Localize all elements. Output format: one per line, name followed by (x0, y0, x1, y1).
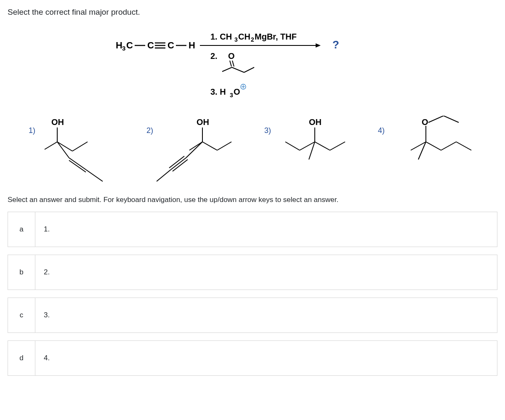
answer-key: d (8, 341, 35, 375)
svg-line-24 (244, 67, 254, 72)
svg-text:H: H (116, 40, 122, 51)
answer-option-a[interactable]: a 1. (8, 212, 497, 247)
structure-option-4-num: 4) (378, 126, 385, 135)
structure-option-2: 2) OH (146, 116, 241, 183)
svg-line-55 (315, 142, 330, 150)
svg-line-20 (230, 61, 231, 66)
svg-text:C: C (167, 40, 174, 51)
svg-text:C: C (147, 40, 154, 51)
svg-line-38 (69, 158, 86, 170)
structure-option-2-num: 2) (146, 126, 153, 135)
svg-text:MgBr, THF: MgBr, THF (255, 32, 297, 41)
svg-line-65 (456, 142, 471, 150)
svg-line-66 (418, 142, 426, 159)
svg-line-62 (411, 142, 426, 150)
svg-text:CH: CH (238, 32, 250, 41)
svg-text:OH: OH (51, 117, 64, 127)
answer-list: a 1. b 2. c 3. d 4. (8, 212, 497, 376)
svg-line-40 (86, 170, 103, 181)
svg-line-39 (69, 160, 86, 172)
svg-line-23 (232, 67, 244, 72)
answer-key: a (8, 212, 35, 247)
svg-line-48 (173, 159, 188, 171)
svg-line-43 (189, 142, 202, 150)
svg-line-44 (202, 142, 217, 150)
svg-line-47 (171, 158, 186, 170)
svg-text:1. CH: 1. CH (210, 32, 232, 41)
answer-key: b (8, 255, 35, 290)
answer-value: 4. (35, 354, 50, 362)
svg-text:OH: OH (197, 117, 209, 127)
svg-line-45 (217, 142, 231, 150)
answer-key: c (8, 298, 35, 332)
structure-option-4: 4) O (378, 116, 476, 166)
svg-text:C: C (126, 40, 133, 51)
answer-option-b[interactable]: b 2. (8, 255, 497, 290)
svg-text:3: 3 (230, 92, 233, 98)
svg-line-36 (72, 142, 88, 151)
svg-line-64 (441, 142, 456, 150)
svg-text:2.: 2. (210, 51, 218, 61)
svg-text:3. H: 3. H (210, 87, 226, 96)
svg-text:H: H (189, 40, 195, 51)
svg-line-35 (57, 142, 72, 151)
svg-line-59 (428, 116, 444, 122)
structure-option-1-num: 1) (29, 126, 35, 135)
svg-text:?: ? (332, 38, 339, 51)
svg-line-60 (444, 116, 459, 122)
answer-instructions: Select an answer and submit. For keyboar… (8, 196, 497, 204)
svg-line-50 (157, 170, 171, 181)
svg-text:3: 3 (122, 45, 125, 52)
answer-option-d[interactable]: d 4. (8, 340, 497, 376)
svg-line-56 (330, 142, 345, 150)
structure-option-3-num: 3) (264, 126, 271, 135)
svg-text:2: 2 (251, 36, 254, 43)
reaction-scheme: H 3 C C C H 1. CH 3 CH 2 MgBr, THF 2. O (8, 29, 497, 105)
svg-line-63 (426, 142, 441, 150)
answer-option-c[interactable]: c 3. (8, 298, 497, 333)
svg-line-34 (45, 142, 57, 149)
svg-text:O: O (228, 51, 235, 61)
svg-text:O: O (422, 117, 428, 127)
answer-value: 3. (35, 311, 50, 319)
svg-line-49 (169, 156, 184, 168)
svg-line-37 (57, 142, 69, 158)
svg-line-46 (186, 142, 202, 158)
question-prompt: Select the correct final major product. (8, 8, 497, 17)
structure-option-3: 3) OH (264, 116, 354, 166)
svg-line-22 (222, 67, 232, 72)
svg-line-54 (285, 142, 300, 150)
svg-marker-12 (316, 43, 321, 48)
svg-line-21 (232, 61, 234, 66)
structure-options-row: 1) OH 2) OH (8, 116, 497, 183)
answer-value: 2. (35, 268, 50, 276)
structure-option-1: 1) OH (29, 116, 123, 183)
answer-value: 1. (35, 225, 50, 234)
svg-text:3: 3 (234, 36, 238, 43)
svg-text:O: O (234, 87, 240, 96)
svg-text:OH: OH (309, 117, 322, 127)
